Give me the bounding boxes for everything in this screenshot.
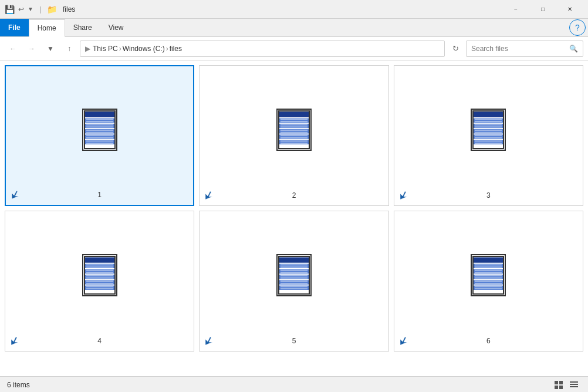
large-icons-view-button[interactable]	[552, 379, 566, 391]
svg-rect-30	[281, 135, 307, 136]
quick-access-save-icon[interactable]: 💾	[5, 5, 15, 14]
tab-home[interactable]: Home	[29, 19, 65, 37]
svg-rect-49	[475, 137, 502, 138]
address-bar: ← → ▼ ↑ ▶ This PC › Windows (C:) › files…	[0, 37, 588, 60]
svg-rect-28	[281, 132, 307, 133]
file-name: 3	[486, 189, 491, 201]
tab-file[interactable]: File	[0, 19, 29, 36]
svg-rect-9	[86, 130, 113, 131]
help-button[interactable]: ?	[569, 19, 586, 36]
svg-rect-7	[86, 126, 113, 127]
svg-rect-87	[281, 286, 307, 288]
file-item[interactable]: 2	[199, 65, 388, 206]
shortcut-arrow-icon	[398, 334, 411, 347]
tab-share[interactable]: Share	[65, 19, 100, 36]
path-this-pc[interactable]: This PC	[93, 45, 118, 53]
title-bar-icons: 💾 ↩ ▼ | 📁 files	[5, 5, 75, 14]
file-item[interactable]: 4	[5, 211, 194, 352]
up-button[interactable]: ↑	[61, 40, 77, 57]
svg-rect-109	[559, 381, 563, 384]
svg-rect-94	[475, 266, 502, 268]
svg-rect-108	[555, 381, 558, 384]
svg-rect-75	[281, 264, 307, 265]
file-name: 6	[486, 334, 491, 346]
file-area: 1 2	[0, 60, 588, 376]
main-content: 1 2	[0, 60, 588, 376]
svg-rect-46	[475, 132, 502, 133]
shortcut-arrow-icon	[203, 334, 216, 347]
file-thumbnail	[204, 70, 383, 189]
svg-rect-63	[86, 275, 113, 276]
svg-rect-93	[475, 264, 502, 265]
svg-rect-114	[570, 386, 578, 387]
svg-rect-12	[86, 135, 113, 136]
svg-rect-85	[281, 283, 307, 284]
recent-locations-button[interactable]: ▼	[42, 40, 59, 57]
path-windows-c[interactable]: Windows (C:)	[123, 45, 165, 53]
minimize-button[interactable]: −	[502, 0, 529, 19]
shortcut-arrow-icon	[9, 188, 22, 201]
svg-rect-4	[86, 121, 113, 122]
svg-marker-71	[11, 337, 18, 345]
svg-rect-100	[475, 278, 502, 279]
file-item[interactable]: 6	[394, 211, 583, 352]
address-path[interactable]: ▶ This PC › Windows (C:) › files	[80, 40, 445, 57]
svg-rect-16	[86, 143, 113, 144]
svg-rect-45	[475, 130, 502, 131]
large-icons-view-icon	[555, 381, 563, 389]
file-item[interactable]: 3	[394, 65, 583, 206]
svg-rect-10	[86, 132, 113, 133]
svg-marker-17	[12, 191, 19, 199]
doc-icon	[276, 254, 312, 296]
svg-rect-15	[86, 141, 113, 142]
svg-rect-60	[86, 270, 113, 271]
svg-rect-111	[559, 386, 563, 389]
svg-rect-48	[475, 135, 502, 136]
file-item[interactable]: 1	[5, 65, 194, 206]
path-files[interactable]: files	[170, 45, 182, 53]
svg-rect-112	[570, 381, 578, 383]
svg-marker-89	[205, 337, 212, 345]
shortcut-arrow-icon	[9, 334, 22, 347]
maximize-button[interactable]: □	[529, 0, 556, 19]
svg-rect-99	[475, 275, 502, 276]
svg-marker-53	[400, 191, 407, 200]
svg-rect-79	[281, 272, 307, 273]
svg-rect-33	[281, 141, 307, 142]
ribbon: File Home Share View ?	[0, 19, 588, 37]
file-item[interactable]: 5	[199, 211, 388, 352]
svg-rect-102	[475, 281, 502, 282]
svg-rect-39	[475, 119, 502, 120]
search-input[interactable]	[471, 45, 567, 53]
svg-rect-51	[475, 141, 502, 142]
svg-rect-81	[281, 275, 307, 276]
details-view-button[interactable]	[567, 379, 581, 391]
svg-rect-55	[85, 257, 114, 262]
svg-rect-25	[281, 126, 307, 127]
file-thumbnail	[11, 71, 188, 188]
svg-rect-82	[281, 278, 307, 279]
search-box[interactable]: 🔍	[466, 40, 583, 57]
svg-rect-64	[86, 278, 113, 279]
svg-rect-88	[281, 288, 307, 289]
close-button[interactable]: ✕	[556, 0, 583, 19]
dropdown-icon[interactable]: ▼	[28, 6, 33, 12]
doc-icon	[82, 254, 117, 296]
svg-rect-24	[281, 124, 307, 126]
svg-rect-110	[555, 386, 558, 389]
refresh-button[interactable]: ↻	[447, 40, 464, 57]
svg-rect-70	[86, 288, 113, 289]
shortcut-arrow-icon	[203, 189, 216, 202]
forward-button[interactable]: →	[23, 40, 40, 57]
file-grid: 1 2	[5, 65, 583, 352]
svg-rect-6	[86, 124, 113, 126]
svg-rect-21	[281, 119, 307, 120]
tab-view[interactable]: View	[100, 19, 132, 36]
quick-access-undo-icon[interactable]: ↩	[18, 5, 24, 13]
file-thumbnail	[204, 216, 383, 334]
svg-rect-31	[281, 137, 307, 138]
svg-rect-27	[281, 130, 307, 131]
back-button[interactable]: ←	[5, 40, 21, 57]
file-name: 4	[97, 334, 102, 346]
svg-rect-67	[86, 283, 113, 284]
